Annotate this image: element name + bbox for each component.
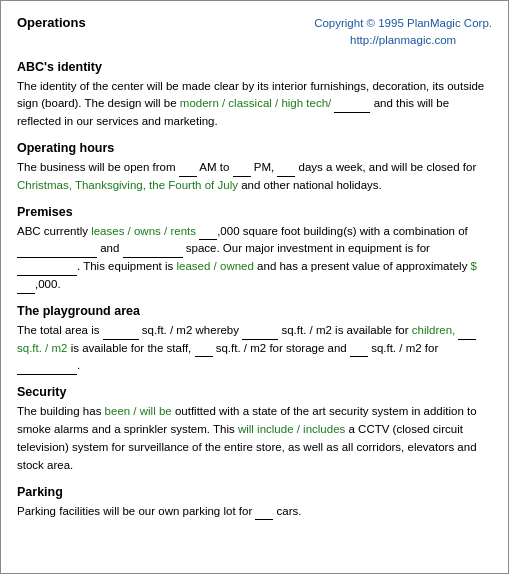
header-title: Operations — [17, 15, 86, 30]
sections-container: ABC's identityThe identity of the center… — [17, 60, 492, 521]
section-body-playground-area: The total area is sq.ft. / m2 whereby sq… — [17, 322, 492, 375]
alt-text: leased / owned — [177, 260, 254, 272]
alt-text: $ — [471, 260, 477, 272]
fill-blank — [17, 284, 35, 294]
section-title-premises: Premises — [17, 205, 492, 219]
fill-blank — [103, 330, 139, 340]
section-title-playground-area: The playground area — [17, 304, 492, 318]
section-body-parking: Parking facilities will be our own parki… — [17, 503, 492, 521]
section-body-security: The building has been / will be outfitte… — [17, 403, 492, 474]
fill-blank — [458, 330, 476, 340]
fill-blank — [179, 167, 197, 177]
alt-text: will include / includes — [238, 423, 345, 435]
alt-text: modern / classical / high tech/ — [180, 97, 335, 109]
fill-blank — [17, 248, 97, 258]
fill-blank — [17, 266, 77, 276]
fill-blank — [199, 230, 217, 240]
section-title-operating-hours: Operating hours — [17, 141, 492, 155]
fill-blank — [242, 330, 278, 340]
page-container: Operations Copyright © 1995 PlanMagic Co… — [0, 0, 509, 574]
fill-blank — [255, 510, 273, 520]
fill-blank — [17, 365, 77, 375]
alt-text: Christmas, Thanksgiving, the Fourth of J… — [17, 179, 238, 191]
fill-blank — [277, 167, 295, 177]
alt-text: children, — [412, 324, 459, 336]
fill-blank — [233, 167, 251, 177]
fill-blank — [195, 347, 213, 357]
alt-text: been / will be — [105, 405, 172, 417]
fill-blank — [334, 103, 370, 113]
alt-text: sq.ft. / m2 — [17, 342, 68, 354]
section-title-abcs-identity: ABC's identity — [17, 60, 492, 74]
section-title-parking: Parking — [17, 485, 492, 499]
section-body-premises: ABC currently leases / owns / rents ,000… — [17, 223, 492, 294]
section-title-security: Security — [17, 385, 492, 399]
fill-blank — [350, 347, 368, 357]
alt-text: leases / owns / rents — [91, 225, 196, 237]
fill-blank — [123, 248, 183, 258]
section-body-operating-hours: The business will be open from AM to PM,… — [17, 159, 492, 195]
section-body-abcs-identity: The identity of the center will be made … — [17, 78, 492, 131]
header: Operations Copyright © 1995 PlanMagic Co… — [17, 15, 492, 50]
header-copyright: Copyright © 1995 PlanMagic Corp. http://… — [314, 15, 492, 50]
